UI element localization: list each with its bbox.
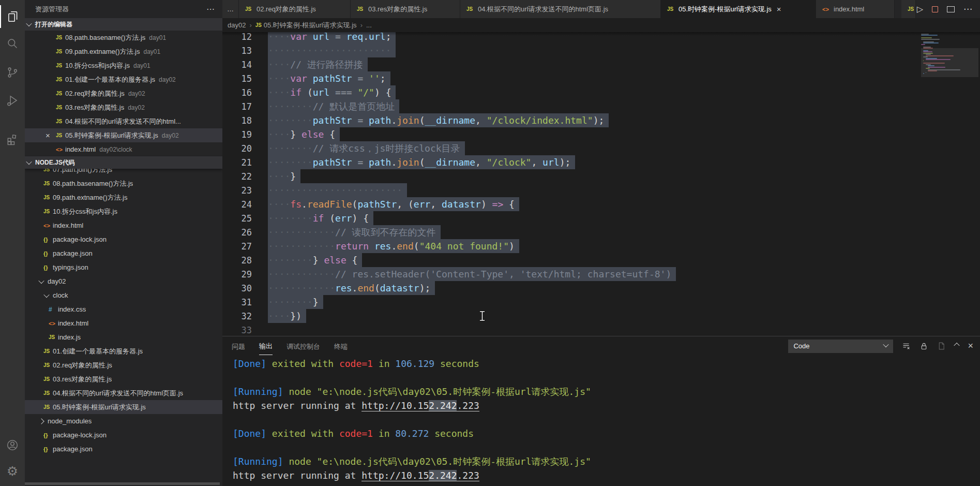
- minimap-line: [921, 35, 938, 36]
- tree-item[interactable]: {}typings.json: [25, 260, 222, 274]
- stop-code-icon[interactable]: [932, 6, 938, 12]
- tree-item[interactable]: {}package-lock.json: [25, 428, 222, 442]
- tree-item[interactable]: JS08.path.basename()方法.js: [25, 176, 222, 190]
- tree-item[interactable]: JSindex.js: [25, 330, 222, 344]
- line-number: 22: [222, 170, 252, 184]
- code-line: 22····}: [222, 169, 980, 183]
- server-url-link[interactable]: 2.242: [429, 400, 457, 411]
- server-url-link[interactable]: 2.242: [429, 470, 457, 481]
- close-panel-icon[interactable]: ×: [968, 341, 973, 351]
- open-editors-label: 打开的编辑器: [35, 20, 72, 29]
- account-icon[interactable]: [0, 434, 25, 456]
- open-log-file-icon[interactable]: [937, 342, 946, 350]
- maximize-panel-icon[interactable]: [955, 344, 959, 348]
- explorer-more-actions-icon[interactable]: ⋯: [206, 4, 215, 14]
- tab[interactable]: JS05.时钟案例-根据url请求实现.js×: [661, 0, 816, 18]
- tab[interactable]: JS: [901, 0, 916, 18]
- output-console[interactable]: [Done] exited with code=1 in 106.129 sec…: [222, 356, 980, 482]
- split-editor-icon[interactable]: [947, 6, 955, 12]
- token: // 进行路径拼接: [290, 59, 363, 70]
- lock-scrolling-icon[interactable]: [919, 342, 928, 350]
- tree-item[interactable]: JS05.时钟案例-根据url请求实现.js: [25, 400, 222, 414]
- code-editor[interactable]: 12····var url = req.url;13··············…: [222, 32, 980, 336]
- source-control-icon[interactable]: [0, 61, 25, 84]
- tree-item[interactable]: JS04.根据不同的url请求发送不同的html页面.js: [25, 386, 222, 400]
- server-url-link[interactable]: .223: [457, 400, 479, 411]
- tree-item[interactable]: <>index.html: [25, 316, 222, 330]
- open-editor-item[interactable]: JS01.创建一个最基本的服务器.jsday02: [25, 72, 222, 86]
- run-code-icon[interactable]: ▷: [917, 4, 923, 14]
- tree-item[interactable]: {}package.json: [25, 246, 222, 260]
- breadcrumb-item[interactable]: day02: [228, 21, 246, 29]
- more-actions-icon[interactable]: ⋯: [963, 4, 973, 14]
- tree-item[interactable]: JS03.res对象的属性.js: [25, 372, 222, 386]
- token: datastr: [380, 283, 419, 293]
- tree-item[interactable]: node_modules: [25, 414, 222, 428]
- minimap-line: [928, 67, 945, 68]
- close-icon[interactable]: ×: [46, 131, 56, 139]
- open-editor-item[interactable]: <>index.htmlday02\clock: [25, 142, 222, 156]
- chevron-down-icon: [43, 291, 49, 297]
- tab[interactable]: JS03.res对象的属性.js: [351, 0, 460, 18]
- minimap-line: [926, 55, 954, 56]
- open-editor-item[interactable]: JS02.req对象的属性.jsday02: [25, 86, 222, 100]
- tree-item[interactable]: #index.css: [25, 302, 222, 316]
- tree-item[interactable]: {}package.json: [25, 442, 222, 456]
- line-number: 19: [222, 128, 252, 142]
- server-url-link[interactable]: http://10.15: [361, 470, 429, 481]
- clear-output-icon[interactable]: [902, 342, 911, 350]
- tree-item[interactable]: JS10.拆分css和js内容.js: [25, 204, 222, 218]
- js-file-icon: JS: [357, 6, 366, 12]
- open-editor-item[interactable]: ×JS05.时钟案例-根据url请求实现.jsday02: [25, 128, 222, 142]
- tab[interactable]: <>index.html: [816, 0, 895, 18]
- tab[interactable]: JS02.req对象的属性.js: [239, 0, 351, 18]
- output-line: [233, 371, 980, 385]
- sidebar-horizontal-scrollbar[interactable]: [25, 482, 220, 485]
- tree-item[interactable]: clock: [25, 288, 222, 302]
- open-editor-item[interactable]: JS09.path.extname()方法.jsday01: [25, 45, 222, 58]
- tree-item[interactable]: JS01.创建一个最基本的服务器.js: [25, 344, 222, 358]
- token: ): [509, 241, 515, 252]
- breadcrumb-item[interactable]: 05.时钟案例-根据url请求实现.js: [264, 21, 357, 30]
- panel-tab-终端[interactable]: 终端: [334, 337, 348, 355]
- minimap-line: [926, 68, 930, 69]
- sidebar-title-label: 资源管理器: [35, 5, 69, 14]
- whitespace-dots: ····: [268, 199, 290, 210]
- workspace-section-header[interactable]: NODE.JS代码: [25, 156, 222, 169]
- js-file-icon: JS: [56, 91, 65, 96]
- tree-item[interactable]: JS02.req对象的属性.js: [25, 358, 222, 372]
- token: .: [391, 241, 397, 252]
- tree-item[interactable]: JS09.path.extname()方法.js: [25, 190, 222, 204]
- extensions-icon[interactable]: [0, 128, 25, 151]
- close-icon[interactable]: ×: [777, 5, 781, 13]
- run-and-debug-icon[interactable]: [0, 89, 25, 112]
- server-url-link[interactable]: http://10.15: [361, 400, 429, 411]
- file-name: 09.path.extname()方法.js: [53, 193, 128, 202]
- search-icon[interactable]: [0, 32, 25, 55]
- explorer-icon[interactable]: [0, 5, 25, 28]
- tab[interactable]: JS04.根据不同的url请求发送不同的html页面.js: [460, 0, 661, 18]
- open-editors-section-header[interactable]: 打开的编辑器: [25, 18, 222, 31]
- tree-item[interactable]: day02: [25, 274, 222, 288]
- tree-item[interactable]: {}package-lock.json: [25, 232, 222, 246]
- js-file-icon: JS: [43, 390, 53, 396]
- open-editor-item[interactable]: JS08.path.basename()方法.jsday01: [25, 31, 222, 45]
- line-number: 30: [222, 282, 252, 296]
- code-line: 19····} else {: [222, 127, 980, 141]
- open-editor-item[interactable]: JS03.res对象的属性.jsday02: [25, 100, 222, 114]
- token: join: [397, 115, 419, 126]
- tree-item[interactable]: JS07.path.join()方法.js: [25, 169, 222, 176]
- panel-tab-问题[interactable]: 问题: [232, 337, 245, 355]
- tab-overflow[interactable]: …: [222, 0, 239, 18]
- settings-gear-icon[interactable]: ⚙: [0, 460, 25, 482]
- panel-tab-调试控制台[interactable]: 调试控制台: [287, 337, 320, 355]
- minimap[interactable]: [921, 34, 978, 77]
- open-editor-item[interactable]: JS10.拆分css和js内容.jsday01: [25, 58, 222, 72]
- open-editor-item[interactable]: JS04.根据不同的url请求发送不同的html...: [25, 114, 222, 128]
- sidebar-title: 资源管理器 ⋯: [25, 0, 222, 18]
- server-url-link[interactable]: .223: [457, 470, 479, 481]
- tree-item[interactable]: <>index.html: [25, 218, 222, 232]
- breadcrumb-item[interactable]: ...: [366, 21, 372, 29]
- panel-tab-输出[interactable]: 输出: [259, 337, 273, 355]
- output-channel-select[interactable]: Code: [788, 340, 893, 353]
